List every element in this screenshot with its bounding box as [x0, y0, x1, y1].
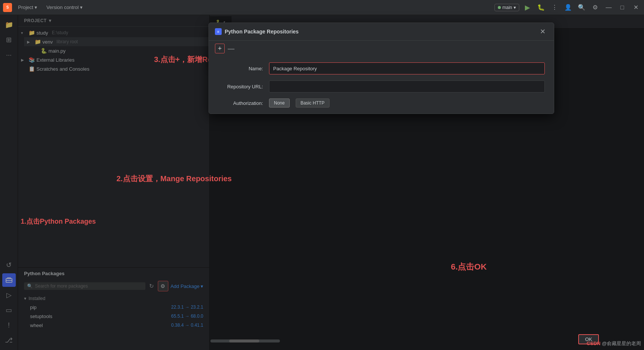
- debug-button[interactable]: 🐛: [536, 2, 546, 13]
- editor-scrollbar-track: [210, 339, 280, 342]
- ppr-close-button[interactable]: ✕: [538, 27, 548, 36]
- ppr-dialog-titlebar: ≡ Python Package Repositories ✕: [209, 23, 554, 41]
- ppr-dialog-title: ≡ Python Package Repositories: [215, 28, 299, 35]
- watermark: CSDN @俞藏星星的老周: [587, 340, 641, 347]
- url-input[interactable]: [269, 80, 545, 92]
- account-button[interactable]: 👤: [563, 2, 573, 13]
- watermark-csdn: CSDN: [587, 341, 600, 346]
- auth-none-button[interactable]: None: [269, 98, 290, 108]
- auth-form-row: Authorization: None Basic HTTP: [218, 98, 545, 108]
- titlebar: S Project ▾ Version control ▾ main ▾ ▶ 🐛…: [0, 0, 644, 15]
- name-input[interactable]: [269, 62, 545, 74]
- app-logo: S: [3, 3, 12, 12]
- editor-scrollbar-thumb[interactable]: [229, 339, 259, 342]
- ppr-form: Name: Repository URL: Authorization: Non…: [209, 56, 554, 114]
- watermark-author: @俞藏星星的老周: [602, 341, 641, 346]
- ppr-title-icon: ≡: [215, 28, 222, 35]
- version-control-menu[interactable]: Version control ▾: [43, 3, 86, 12]
- python-package-repositories-dialog: ≡ Python Package Repositories ✕ + — Name…: [209, 23, 554, 114]
- url-form-label: Repository URL:: [218, 84, 263, 89]
- name-form-label: Name:: [218, 66, 263, 71]
- version-dropdown-icon: ▾: [80, 5, 83, 10]
- project-menu[interactable]: Project ▾: [15, 3, 40, 12]
- search-button[interactable]: 🔍: [576, 2, 587, 13]
- more-actions-button[interactable]: ⋮: [549, 2, 560, 13]
- run-button[interactable]: ▶: [522, 2, 533, 13]
- minimize-button[interactable]: —: [603, 2, 614, 13]
- ppr-title-label: Python Package Repositories: [225, 29, 299, 35]
- env-dropdown-icon: ▾: [514, 5, 516, 10]
- env-selector[interactable]: main ▾: [494, 4, 519, 11]
- version-control-label: Version control: [46, 5, 79, 10]
- settings-button[interactable]: ⚙: [590, 2, 600, 13]
- env-status-dot: [498, 6, 501, 9]
- env-name-label: main: [502, 5, 512, 10]
- maximize-button[interactable]: □: [617, 2, 627, 13]
- project-dropdown-icon: ▾: [35, 5, 37, 10]
- ppr-toolbar: + —: [209, 41, 554, 56]
- auth-form-label: Authorization:: [218, 100, 263, 106]
- ppr-add-button[interactable]: +: [215, 44, 225, 53]
- name-form-row: Name:: [218, 62, 545, 74]
- close-window-button[interactable]: ✕: [630, 2, 641, 13]
- auth-basic-http-button[interactable]: Basic HTTP: [296, 98, 330, 108]
- project-label: Project: [18, 5, 33, 10]
- ppr-remove-button[interactable]: —: [226, 44, 236, 53]
- url-form-row: Repository URL:: [218, 80, 545, 92]
